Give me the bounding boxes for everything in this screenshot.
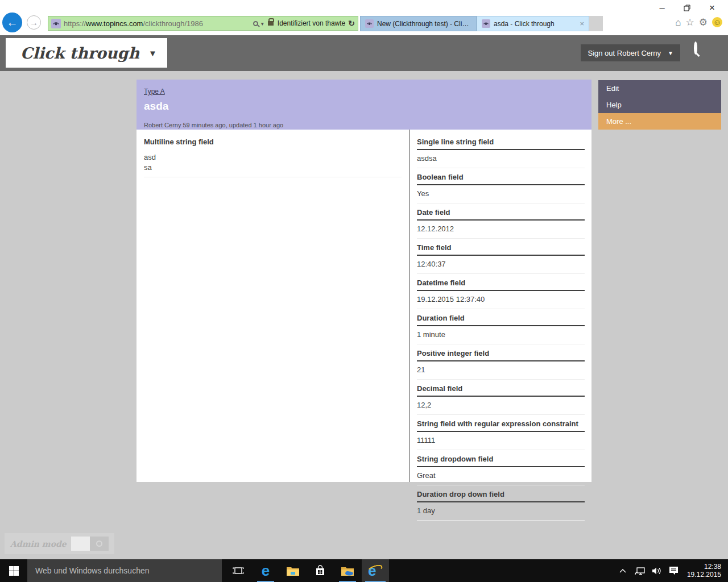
tab-asda[interactable]: asda - Click through ×	[477, 16, 589, 31]
field-value: Yes	[417, 185, 585, 203]
taskbar-store-button[interactable]	[308, 559, 332, 582]
admin-mode-toggle[interactable]	[71, 537, 109, 551]
field-label: String field with regular expression con…	[417, 415, 585, 432]
field-value: Great	[417, 467, 585, 485]
tab-title: asda - Click through	[494, 20, 576, 28]
feedback-smiley-icon[interactable]: ☺	[712, 17, 722, 27]
admin-mode-label: Admin mode	[10, 539, 71, 548]
tab-close-icon[interactable]: ×	[580, 19, 584, 28]
certificate-text[interactable]: Identifiziert von thawte	[278, 19, 345, 27]
url-text[interactable]: https://www.topincs.com/clickthrough/198…	[64, 19, 250, 28]
menu-item-more[interactable]: More ...	[598, 113, 721, 130]
field-value: 11111	[417, 432, 585, 450]
field-label: Positive integer field	[417, 344, 585, 361]
tab-new-clickthrough[interactable]: New (Clickthrough test) - Click...	[360, 16, 477, 31]
browser-command-bar: ⌂ ☆ ⚙ ☺	[675, 17, 722, 27]
left-column: Multiline string field asd sa	[136, 130, 410, 482]
new-tab-button[interactable]	[589, 16, 603, 31]
minimize-button[interactable]: ─	[650, 1, 675, 15]
field-label: Multiline string field	[144, 133, 402, 149]
taskbar-explorer-button[interactable]	[281, 559, 305, 582]
home-icon[interactable]: ⌂	[675, 18, 681, 27]
field-value: 21	[417, 361, 585, 380]
search-icon	[694, 41, 697, 55]
field-label: Time field	[417, 239, 585, 256]
sign-out-button[interactable]: Sign out Robert Cerny ▼	[581, 44, 680, 61]
app-search-button[interactable]	[694, 43, 713, 63]
field-value: 12:40:37	[417, 256, 585, 274]
url-domain: www.topincs.com	[86, 19, 143, 28]
address-search-dropdown-icon[interactable]: ▾	[261, 20, 264, 27]
field-value: asdsa	[417, 150, 585, 168]
taskbar-edge-button[interactable]: e	[254, 559, 278, 582]
browser-chrome: ─ × ← → https://www.topincs.com/clickthr…	[0, 0, 728, 35]
restore-button[interactable]	[675, 1, 700, 15]
task-view-icon	[233, 566, 244, 575]
logo-dropdown-icon: ▼	[148, 48, 157, 58]
site-favicon-icon	[51, 19, 61, 28]
window-controls: ─ ×	[650, 1, 725, 15]
volume-icon[interactable]	[650, 567, 664, 575]
field-label: Decimal field	[417, 380, 585, 397]
field-row: Date field 12.12.2012	[417, 203, 585, 239]
toggle-track	[90, 537, 109, 551]
settings-gear-icon[interactable]: ⚙	[699, 18, 708, 27]
field-row: String field with regular expression con…	[417, 415, 585, 450]
menu-item-help[interactable]: Help	[598, 97, 721, 113]
record-header: Type A asda Robert Cerny 59 minutes ago,…	[136, 80, 592, 130]
app-logo-menu[interactable]: Click through ▼	[6, 38, 167, 68]
close-button[interactable]: ×	[700, 1, 725, 15]
back-button[interactable]: ←	[2, 13, 22, 32]
right-column: Single line string field asdsa Boolean f…	[410, 130, 592, 482]
action-center-icon[interactable]	[667, 566, 681, 575]
favorites-star-icon[interactable]: ☆	[686, 18, 694, 27]
field-row: Decimal field 12,2	[417, 380, 585, 415]
taskbar-search-box[interactable]	[27, 559, 222, 582]
address-bar[interactable]: https://www.topincs.com/clickthrough/198…	[48, 16, 358, 31]
field-row: String dropdown field Great	[417, 450, 585, 485]
toggle-knob	[71, 537, 90, 551]
address-search-icon[interactable]	[253, 21, 258, 26]
record-type-link[interactable]: Type A	[144, 88, 165, 95]
sign-out-dropdown-icon: ▼	[668, 50, 673, 56]
field-value: 19.12.2015 12:37:40	[417, 291, 585, 309]
taskbar-onedrive-button[interactable]	[336, 559, 359, 582]
menu-item-edit[interactable]: Edit	[598, 80, 721, 97]
tab-strip: New (Clickthrough test) - Click... asda …	[360, 16, 603, 31]
app-logo-text: Click through	[20, 44, 139, 62]
field-label: Single line string field	[417, 133, 585, 150]
sign-out-label: Sign out Robert Cerny	[588, 49, 661, 57]
store-icon	[315, 565, 326, 576]
forward-button[interactable]: →	[27, 15, 41, 30]
field-label: Duration drop down field	[417, 485, 585, 502]
field-row: Multiline string field asd sa	[144, 133, 402, 177]
tray-chevron-icon[interactable]	[615, 568, 630, 573]
forward-icon: →	[30, 18, 38, 27]
field-row: Duration drop down field 1 day	[417, 485, 585, 521]
tab-favicon-icon	[482, 19, 490, 28]
network-icon[interactable]	[632, 567, 647, 575]
internet-explorer-icon: e	[368, 563, 383, 579]
url-scheme: https://	[64, 19, 86, 28]
lock-icon[interactable]	[268, 21, 274, 26]
taskbar-search-input[interactable]	[27, 559, 222, 582]
clock-date: 19.12.2015	[687, 571, 721, 579]
field-value: 12.12.2012	[417, 221, 585, 239]
field-row: Single line string field asdsa	[417, 133, 585, 168]
field-label: Duration field	[417, 309, 585, 326]
field-row: Duration field 1 minute	[417, 309, 585, 344]
field-row: Time field 12:40:37	[417, 239, 585, 274]
refresh-icon[interactable]: ↻	[348, 19, 355, 28]
start-button[interactable]	[0, 559, 27, 582]
windows-taskbar: e e	[0, 559, 728, 582]
field-label: Datetime field	[417, 274, 585, 291]
clock-time: 12:38	[687, 563, 721, 571]
field-value: 12,2	[417, 397, 585, 415]
task-view-button[interactable]	[226, 559, 250, 582]
record-body: Multiline string field asd sa Single lin…	[136, 130, 592, 482]
record-title: asda	[144, 100, 584, 113]
taskbar-clock[interactable]: 12:38 19.12.2015	[684, 563, 725, 579]
field-value: 1 day	[417, 502, 585, 521]
edge-icon: e	[262, 563, 270, 578]
taskbar-ie-button[interactable]: e	[362, 559, 389, 582]
